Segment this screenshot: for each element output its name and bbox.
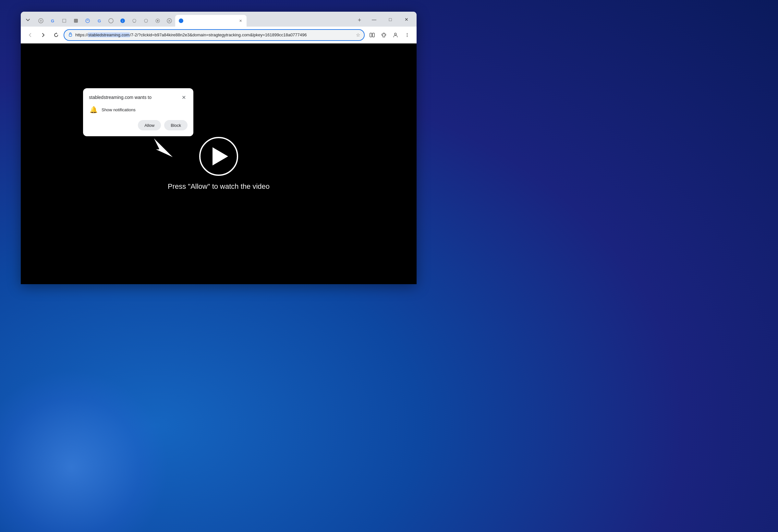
- close-button[interactable]: ✕: [399, 14, 414, 25]
- tab-item-5[interactable]: [82, 15, 93, 26]
- popup-permission-row: 🔔 Show notifications: [89, 106, 187, 113]
- tab-item-active[interactable]: ✕: [175, 15, 247, 26]
- tab-item-11[interactable]: [152, 15, 163, 26]
- forward-button[interactable]: [37, 29, 49, 41]
- tab-list: G G: [35, 15, 354, 26]
- chrome-menu-button[interactable]: [402, 29, 413, 41]
- address-bar[interactable]: https://stabledstreaming.com/7-2/?clicki…: [64, 29, 365, 41]
- svg-marker-12: [56, 32, 58, 34]
- nav-right-buttons: [367, 29, 413, 41]
- svg-point-19: [407, 36, 408, 37]
- tab-favicon-6: G: [97, 18, 102, 23]
- popup-title: stabledstreaming.com wants to: [89, 95, 152, 100]
- add-tab-button[interactable]: +: [355, 16, 364, 25]
- tab-favicon-active: [178, 18, 184, 23]
- popup-close-button[interactable]: ✕: [180, 93, 187, 101]
- tab-favicon-4: [73, 18, 79, 23]
- tab-favicon-8: i: [120, 18, 125, 23]
- tab-favicon-7: [108, 18, 113, 23]
- tab-item-4[interactable]: [70, 15, 82, 26]
- tab-favicon-10: [143, 18, 149, 23]
- svg-point-5: [109, 18, 113, 23]
- svg-point-17: [407, 33, 408, 34]
- svg-text:i: i: [122, 19, 123, 23]
- tab-item-12[interactable]: [163, 15, 175, 26]
- extensions-button[interactable]: [378, 29, 389, 41]
- tab-bar: G G: [21, 12, 416, 26]
- play-overlay: Press "Allow" to watch the video: [168, 137, 269, 191]
- tab-item-9[interactable]: [129, 15, 140, 26]
- tab-item-6[interactable]: G: [93, 15, 105, 26]
- svg-rect-14: [370, 33, 372, 37]
- tab-item-3[interactable]: [58, 15, 70, 26]
- tab-item-2[interactable]: G: [47, 15, 58, 26]
- permission-label: Show notifications: [101, 107, 136, 112]
- block-button[interactable]: Block: [164, 120, 187, 130]
- browser-content: Press "Allow" to watch the video stabled…: [21, 44, 416, 284]
- allow-button[interactable]: Allow: [138, 120, 161, 130]
- tab-favicon-1: [38, 18, 44, 23]
- reload-button[interactable]: [51, 29, 62, 41]
- svg-point-4: [86, 19, 89, 23]
- tab-favicon-11: [155, 18, 160, 23]
- svg-rect-3: [74, 19, 78, 23]
- press-allow-text: Press "Allow" to watch the video: [168, 182, 269, 191]
- secure-icon: [68, 32, 73, 37]
- svg-point-11: [179, 18, 183, 23]
- play-icon: [213, 147, 228, 165]
- tab-favicon-2: G: [50, 18, 55, 23]
- window-controls: — □ ✕: [367, 14, 414, 26]
- tab-item-1[interactable]: [35, 15, 47, 26]
- svg-point-16: [394, 33, 396, 35]
- url-text: https://stabledstreaming.com/7-2/?clicki…: [75, 32, 353, 37]
- minimize-button[interactable]: —: [367, 14, 382, 25]
- popup-header: stabledstreaming.com wants to ✕: [89, 93, 187, 101]
- tab-menu-controls: [23, 16, 32, 26]
- browser-window: G G: [21, 12, 416, 284]
- svg-point-9: [157, 20, 159, 22]
- tab-favicon-12: [167, 18, 172, 23]
- tab-item-8[interactable]: i: [117, 15, 129, 26]
- tab-favicon-9: [132, 18, 137, 23]
- tab-favicon-5: [85, 18, 90, 23]
- notification-popup: stabledstreaming.com wants to ✕ 🔔 Show n…: [83, 88, 193, 136]
- maximize-button[interactable]: □: [383, 14, 398, 25]
- popup-actions: Allow Block: [89, 120, 187, 130]
- split-view-button[interactable]: [367, 29, 378, 41]
- tab-favicon-3: [62, 18, 67, 23]
- svg-rect-13: [69, 34, 72, 36]
- profile-button[interactable]: [390, 29, 401, 41]
- url-highlight: stabledstreaming.com: [88, 32, 130, 37]
- play-circle[interactable]: [199, 137, 238, 176]
- svg-point-18: [407, 34, 408, 35]
- bookmark-star-icon[interactable]: ☆: [356, 32, 360, 38]
- bell-icon: 🔔: [89, 106, 98, 113]
- tab-menu-button[interactable]: [23, 16, 32, 25]
- tab-item-10[interactable]: [140, 15, 152, 26]
- desktop-bloom: [0, 370, 169, 532]
- tab-close-button[interactable]: ✕: [237, 18, 243, 24]
- tab-item-7[interactable]: [105, 15, 117, 26]
- nav-bar: https://stabledstreaming.com/7-2/?clicki…: [21, 26, 416, 44]
- desktop: G G: [0, 0, 778, 532]
- svg-rect-15: [373, 33, 374, 37]
- back-button[interactable]: [25, 29, 36, 41]
